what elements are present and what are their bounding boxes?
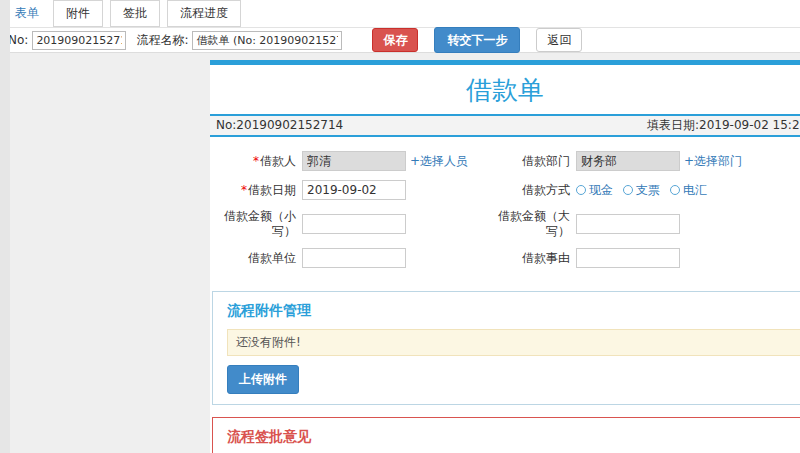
- form-fill-date: 填表日期:2019-09-02 15:27:17: [647, 116, 800, 135]
- amount-lower-label-text: 借款金额（小写）: [224, 209, 296, 238]
- method-radio-group: 现金 支票 电汇: [576, 182, 707, 199]
- unit-label: 借款单位: [216, 251, 302, 266]
- method-label-text: 借款方式: [522, 183, 570, 197]
- method-field: 现金 支票 电汇: [576, 182, 790, 199]
- dept-label-text: 借款部门: [522, 154, 570, 168]
- radio-check[interactable]: 支票: [623, 182, 660, 199]
- select-person-link[interactable]: +选择人员: [410, 153, 468, 170]
- method-label: 借款方式: [498, 183, 576, 198]
- form-row-4: 借款单位 借款事由: [216, 248, 800, 268]
- form-fields: *借款人 +选择人员 借款部门 +选择部门 *借款日期 借款方式: [210, 137, 800, 279]
- radio-wire-label: 电汇: [683, 182, 707, 199]
- next-step-button[interactable]: 转交下一步: [434, 27, 520, 53]
- upload-attachment-button[interactable]: 上传附件: [227, 365, 299, 394]
- process-name-label: 流程名称:: [136, 32, 188, 49]
- borrow-date-label: *借款日期: [216, 183, 302, 198]
- amount-lower-field: [302, 214, 498, 234]
- amount-upper-label: 借款金额（大写）: [498, 209, 576, 239]
- unit-label-text: 借款单位: [248, 251, 296, 265]
- form-number: No:20190902152714: [216, 118, 343, 132]
- reason-input[interactable]: [576, 248, 680, 268]
- amount-upper-input[interactable]: [576, 214, 680, 234]
- tab-form[interactable]: 表单: [14, 0, 46, 27]
- loan-form-panel: 借款单 No:20190902152714 填表日期:2019-09-02 15…: [210, 60, 800, 453]
- radio-cash[interactable]: 现金: [576, 182, 613, 199]
- dept-field: +选择部门: [576, 151, 790, 171]
- borrower-label-text: 借款人: [260, 154, 296, 168]
- form-row-1: *借款人 +选择人员 借款部门 +选择部门: [216, 151, 800, 171]
- tab-bar: 表单 附件 签批 流程进度: [0, 0, 800, 28]
- left-rail: [0, 0, 10, 453]
- reason-label-text: 借款事由: [522, 251, 570, 265]
- no-attachment-message: 还没有附件!: [227, 329, 800, 356]
- back-button[interactable]: 返回: [536, 28, 582, 52]
- amount-lower-input[interactable]: [302, 214, 406, 234]
- borrower-input[interactable]: [302, 151, 406, 171]
- tab-attachments[interactable]: 附件: [53, 0, 103, 27]
- radio-icon: [670, 185, 680, 195]
- radio-icon: [576, 185, 586, 195]
- borrow-date-input[interactable]: [302, 180, 406, 200]
- required-mark: *: [253, 154, 259, 168]
- approval-title: 流程签批意见: [227, 428, 800, 446]
- form-title: 借款单: [210, 65, 800, 114]
- action-toolbar: No: 流程名称: 保存 转交下一步 返回: [0, 28, 800, 53]
- attachments-title: 流程附件管理: [227, 302, 800, 320]
- radio-cash-label: 现金: [589, 182, 613, 199]
- amount-lower-label: 借款金额（小写）: [216, 209, 302, 239]
- amount-upper-field: [576, 214, 790, 234]
- borrow-date-field: [302, 180, 498, 200]
- form-row-2: *借款日期 借款方式 现金 支票 电汇: [216, 180, 800, 200]
- borrow-date-label-text: 借款日期: [248, 183, 296, 197]
- approval-section: 流程签批意见 B I abc A « » ” 样式▼: [212, 417, 800, 453]
- no-label: No:: [8, 33, 28, 47]
- tab-progress[interactable]: 流程进度: [167, 0, 241, 27]
- radio-check-label: 支票: [636, 182, 660, 199]
- borrower-label: *借款人: [216, 154, 302, 169]
- dept-input[interactable]: [576, 151, 680, 171]
- borrower-field: +选择人员: [302, 151, 498, 171]
- no-input[interactable]: [32, 31, 126, 50]
- process-name-input[interactable]: [192, 31, 342, 50]
- radio-icon: [623, 185, 633, 195]
- attachments-section: 流程附件管理 还没有附件! 上传附件: [212, 291, 800, 405]
- form-row-3: 借款金额（小写） 借款金额（大写）: [216, 209, 800, 239]
- tab-signoff[interactable]: 签批: [110, 0, 160, 27]
- amount-upper-label-text: 借款金额（大写）: [498, 209, 570, 238]
- unit-input[interactable]: [302, 248, 406, 268]
- save-button[interactable]: 保存: [372, 28, 418, 52]
- reason-label: 借款事由: [498, 251, 576, 266]
- radio-wire[interactable]: 电汇: [670, 182, 707, 199]
- unit-field: [302, 248, 498, 268]
- reason-field: [576, 248, 790, 268]
- select-dept-link[interactable]: +选择部门: [684, 153, 742, 170]
- required-mark: *: [241, 183, 247, 197]
- app-window: 表单 附件 签批 流程进度 No: 流程名称: 保存 转交下一步 返回 借款单 …: [0, 0, 800, 453]
- info-bar: No:20190902152714 填表日期:2019-09-02 15:27:…: [210, 114, 800, 137]
- dept-label: 借款部门: [498, 154, 576, 169]
